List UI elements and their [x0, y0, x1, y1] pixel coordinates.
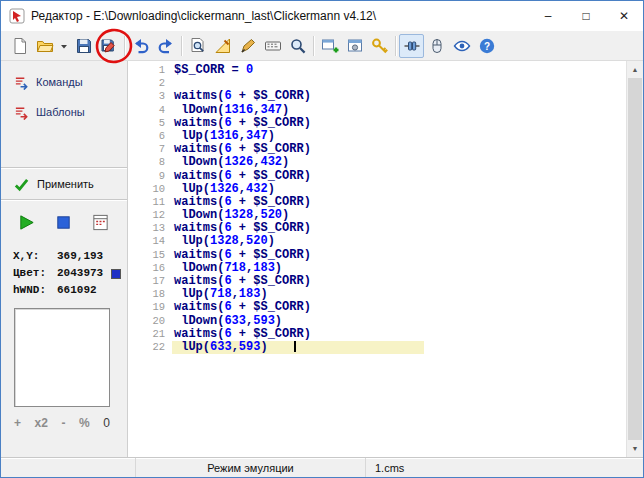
close-button[interactable]: ✕ — [605, 1, 643, 31]
open-dropdown-icon[interactable] — [57, 34, 71, 58]
mouse-icon[interactable] — [424, 34, 449, 58]
window-settings-icon[interactable] — [342, 34, 367, 58]
code-line[interactable]: 19waitms(6 + $S_CORR) — [128, 301, 626, 314]
line-number: 8 — [128, 156, 172, 169]
sidebar: Команды Шаблоны Применить X,Y:369,193 — [1, 61, 128, 457]
code-line[interactable]: 4 lDown(1316,347) — [128, 104, 626, 117]
line-number: 2 — [128, 77, 172, 90]
code-line[interactable]: 15waitms(6 + $S_CORR) — [128, 249, 626, 262]
new-file-icon[interactable] — [7, 34, 32, 58]
preview-zoom-percent[interactable]: % — [79, 416, 90, 430]
line-number: 3 — [128, 90, 172, 103]
code-text: lUp(1326,432) — [172, 183, 275, 196]
code-text: lUp(633,593) — [172, 341, 424, 354]
maximize-button[interactable]: □ — [567, 1, 605, 31]
line-number: 21 — [128, 328, 172, 341]
line-number: 17 — [128, 275, 172, 288]
commands-icon — [14, 75, 29, 90]
line-number: 5 — [128, 117, 172, 130]
line-number: 14 — [128, 235, 172, 248]
text-caret — [294, 341, 296, 352]
app-icon[interactable] — [9, 8, 25, 24]
sidebar-item-commands[interactable]: Команды — [1, 67, 127, 97]
edit-ruler-icon[interactable] — [210, 34, 235, 58]
line-number: 6 — [128, 130, 172, 143]
templates-icon — [14, 105, 29, 120]
undo-icon[interactable] — [128, 34, 153, 58]
schedule-button[interactable] — [91, 213, 110, 232]
scroll-up-icon[interactable]: ▲ — [627, 61, 643, 78]
line-number: 13 — [128, 222, 172, 235]
save-as-icon[interactable] — [96, 34, 121, 58]
sidebar-item-label: Шаблоны — [36, 106, 85, 118]
toolbar: ? — [1, 31, 643, 61]
code-line[interactable]: 22 lUp(633,593) — [128, 341, 626, 354]
script-editor[interactable]: 1$S_CORR = 023waitms(6 + $S_CORR)4 lDown… — [128, 61, 643, 457]
code-line[interactable]: 5waitms(6 + $S_CORR) — [128, 117, 626, 130]
preview-zoom-out[interactable]: - — [62, 416, 66, 430]
key-search-icon[interactable] — [367, 34, 392, 58]
code-line[interactable]: 10 lUp(1326,432) — [128, 183, 626, 196]
cursor-info: X,Y:369,193 Цвет:2043973 hWND:661092 — [13, 248, 127, 299]
redo-icon[interactable] — [153, 34, 178, 58]
code-text: waitms(6 + $S_CORR) — [172, 117, 311, 130]
line-number: 19 — [128, 301, 172, 314]
apply-button[interactable]: Применить — [1, 169, 127, 199]
run-controls — [1, 201, 127, 232]
scroll-down-icon[interactable]: ▼ — [627, 440, 643, 457]
line-number: 15 — [128, 249, 172, 262]
eye-icon[interactable] — [449, 34, 474, 58]
statusbar-panel-empty — [1, 458, 136, 477]
play-button[interactable] — [17, 213, 36, 232]
code-line[interactable]: 8 lDown(1326,432) — [128, 156, 626, 169]
help-icon[interactable]: ? — [474, 34, 499, 58]
titlebar[interactable]: Редактор - E:\Downloading\clickermann_la… — [1, 1, 643, 31]
code-area[interactable]: 1$S_CORR = 023waitms(6 + $S_CORR)4 lDown… — [128, 61, 626, 457]
statusbar-mode: Режим эмуляции — [136, 458, 366, 477]
clickermann-editor-window: Редактор - E:\Downloading\clickermann_la… — [0, 0, 644, 478]
sidebar-item-label: Команды — [36, 76, 83, 88]
save-icon[interactable] — [71, 34, 96, 58]
apply-check-icon — [13, 176, 30, 193]
svg-text:?: ? — [483, 40, 489, 51]
hwnd-readout: hWND:661092 — [13, 282, 127, 299]
code-line[interactable]: 3waitms(6 + $S_CORR) — [128, 90, 626, 103]
code-text: lUp(1328,520) — [172, 235, 275, 248]
code-line[interactable]: 9waitms(6 + $S_CORR) — [128, 170, 626, 183]
sidebar-item-templates[interactable]: Шаблоны — [1, 97, 127, 127]
xy-readout: X,Y:369,193 — [13, 248, 127, 265]
minimize-button[interactable]: – — [529, 1, 567, 31]
window-title: Редактор - E:\Downloading\clickermann_la… — [31, 9, 529, 23]
keyboard-icon[interactable] — [260, 34, 285, 58]
preview-zoom-controls: +x2-%0 — [14, 416, 110, 430]
statusbar-filename: 1.cms — [366, 458, 643, 477]
line-number: 7 — [128, 143, 172, 156]
apply-label: Применить — [37, 178, 94, 190]
code-line[interactable]: 1$S_CORR = 0 — [128, 64, 626, 77]
preview-zoom-x2[interactable]: x2 — [35, 416, 48, 430]
line-number: 20 — [128, 315, 172, 328]
open-file-icon[interactable] — [32, 34, 57, 58]
pixel-preview-box — [14, 308, 110, 407]
pen-icon[interactable] — [235, 34, 260, 58]
toolbar-separator — [313, 36, 314, 56]
toolbar-separator — [395, 36, 396, 56]
line-number: 4 — [128, 104, 172, 117]
preview-zoom-in[interactable]: + — [14, 416, 21, 430]
add-window-icon[interactable] — [317, 34, 342, 58]
zoom-icon[interactable] — [285, 34, 310, 58]
line-number: 9 — [128, 170, 172, 183]
line-number: 18 — [128, 288, 172, 301]
find-icon[interactable] — [185, 34, 210, 58]
scrollbar-thumb[interactable] — [628, 78, 642, 440]
line-number: 1 — [128, 64, 172, 77]
preview-zoom-reset[interactable]: 0 — [103, 416, 110, 430]
editor-scrollbar[interactable]: ▲ ▼ — [626, 61, 643, 457]
stop-button[interactable] — [54, 213, 73, 232]
code-line[interactable]: 21waitms(6 + $S_CORR) — [128, 328, 626, 341]
code-line[interactable]: 20 lDown(633,593) — [128, 315, 626, 328]
line-number: 22 — [128, 341, 172, 354]
code-line[interactable]: 14 lUp(1328,520) — [128, 235, 626, 248]
line-number: 10 — [128, 183, 172, 196]
emulation-toggle-icon[interactable] — [399, 34, 424, 58]
